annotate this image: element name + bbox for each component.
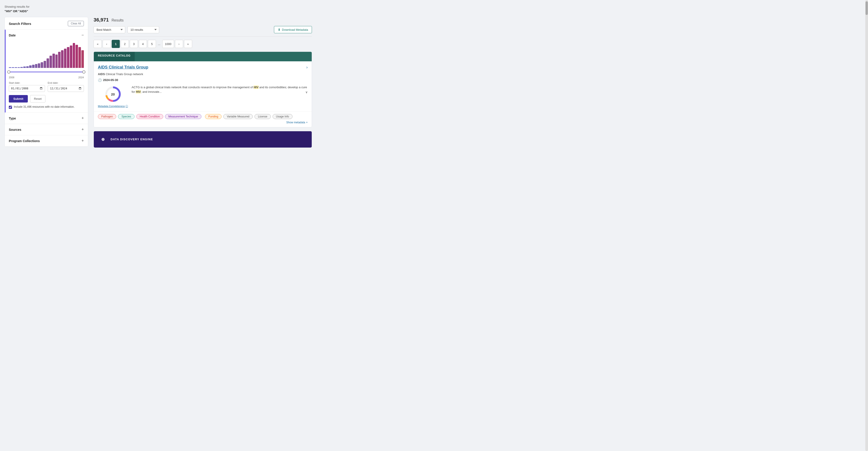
first-page-button[interactable]: «: [94, 40, 102, 48]
date-filter-label: Date: [9, 33, 16, 37]
type-filter-toggle[interactable]: Type +: [5, 113, 88, 124]
result-card-1: RESOURCE CATALOG AIDS Clinical Trials Gr…: [94, 52, 312, 128]
end-date-input[interactable]: [48, 85, 84, 92]
date-submit-button[interactable]: Submit: [9, 95, 28, 103]
result-date: 🕐 2024-05-30: [98, 78, 308, 82]
range-year-start: 2008: [9, 76, 14, 79]
tag-pathogen[interactable]: Pathogen: [98, 114, 116, 119]
tag-funding[interactable]: Funding: [205, 114, 221, 119]
date-reset-button[interactable]: Reset: [30, 95, 45, 103]
metadata-completeness: 20 Metadata Completeness ⓘ: [98, 85, 128, 108]
resource-catalog-tab: RESOURCE CATALOG: [94, 52, 135, 61]
sort-select[interactable]: Best Match Newest Oldest Title A-Z Title…: [94, 26, 125, 33]
histogram-bar: [79, 47, 81, 68]
histogram-bar: [81, 50, 84, 68]
program-collections-filter-section: Program Collections +: [5, 135, 88, 147]
aids-highlight: AIDS: [98, 73, 105, 76]
start-date-input[interactable]: [9, 85, 45, 92]
next-page-button[interactable]: ›: [175, 40, 183, 48]
clear-all-button[interactable]: Clear All: [68, 21, 84, 26]
per-page-select[interactable]: 10 results 25 results 50 results: [127, 26, 159, 33]
metadata-completeness-label[interactable]: Metadata Completeness ⓘ: [98, 105, 128, 108]
histogram-bar: [61, 50, 64, 68]
page-button-1[interactable]: 1: [112, 40, 120, 48]
dde-logo-icon: ⊕: [101, 137, 105, 142]
sources-filter-section: Sources +: [5, 124, 88, 135]
type-filter-section: Type +: [5, 113, 88, 124]
tag-usage-info[interactable]: Usage Info: [273, 114, 292, 119]
histogram-bar: [43, 61, 46, 68]
histogram-bar: [26, 66, 29, 68]
histogram-bar: [18, 67, 20, 68]
sources-filter-toggle[interactable]: Sources +: [5, 124, 88, 135]
histogram-bar: [12, 67, 14, 68]
end-date-label: End date:: [48, 82, 84, 84]
hiv-highlight-1: HIV: [254, 86, 258, 89]
start-date-label: Start date:: [9, 82, 45, 84]
histogram-bar: [67, 47, 69, 68]
dde-header: ⊕ DATA DISCOVERY ENGINE: [94, 131, 312, 147]
donut-chart: 20: [104, 85, 122, 103]
result-expand-chevron[interactable]: ›: [306, 65, 308, 70]
tag-measurement-technique[interactable]: Measurement Technique: [165, 114, 202, 119]
page-button-4[interactable]: 4: [139, 40, 147, 48]
histogram-bar: [75, 45, 78, 68]
date-filter-toggle[interactable]: Date −: [5, 30, 88, 41]
program-collections-filter-toggle[interactable]: Program Collections +: [5, 135, 88, 146]
no-date-checkbox[interactable]: [9, 106, 12, 109]
histogram-bar: [29, 65, 32, 68]
tag-variable-measured[interactable]: Variable Measured: [223, 114, 253, 119]
page-button-1000[interactable]: 1000: [162, 40, 174, 48]
pagination: « ‹ 1 2 3 4 5 ... 1000 › »: [94, 40, 312, 48]
results-count: 36,971 Results: [94, 17, 124, 23]
result-title-link[interactable]: AIDS Clinical Trials Group: [98, 65, 148, 70]
date-filter-section: Date − 2008 2024: [5, 30, 88, 113]
range-slider-left-thumb[interactable]: [7, 71, 10, 74]
histogram-bar: [64, 49, 66, 68]
histogram-bar: [15, 67, 17, 68]
sources-filter-expand-icon: +: [81, 127, 84, 132]
date-range-slider[interactable]: [9, 70, 84, 74]
program-collections-filter-label: Program Collections: [9, 139, 40, 143]
range-year-end: 2024: [79, 76, 84, 79]
type-filter-expand-icon: +: [81, 116, 84, 121]
histogram-bar: [41, 62, 43, 68]
toolbar: Best Match Newest Oldest Title A-Z Title…: [94, 26, 312, 37]
result-description: AIDS Clinical Trials Group network: [98, 72, 308, 77]
search-filters-title: Search Filters: [9, 22, 31, 26]
download-icon: ⬇: [278, 28, 281, 31]
histogram-bar: [55, 55, 58, 68]
result-tags-row: Pathogen Species Health Condition Measur…: [94, 112, 312, 127]
clock-icon: 🕐: [98, 78, 102, 82]
histogram-bar: [35, 64, 37, 68]
dde-title: DATA DISCOVERY ENGINE: [111, 138, 153, 141]
tag-license[interactable]: License: [254, 114, 271, 119]
histogram-bar: [9, 67, 11, 68]
date-filter-collapse-icon: −: [81, 33, 84, 37]
dde-logo: ⊕: [98, 134, 108, 144]
no-date-checkbox-label[interactable]: Include 31,496 resources with no date in…: [9, 105, 84, 109]
program-collections-filter-expand-icon: +: [81, 139, 84, 143]
histogram-bar: [38, 63, 40, 68]
search-query-label: Showing results for "HIV" OR "AIDS": [4, 4, 312, 13]
histogram-bar: [50, 56, 52, 68]
info-icon: ⓘ: [125, 105, 128, 108]
histogram-bar: [20, 67, 23, 68]
date-histogram: [9, 41, 84, 68]
page-button-5[interactable]: 5: [148, 40, 156, 48]
last-page-button[interactable]: »: [184, 40, 192, 48]
page-button-2[interactable]: 2: [121, 40, 129, 48]
tag-health-condition[interactable]: Health Condition: [136, 114, 163, 119]
expand-text-arrow[interactable]: ∨: [305, 90, 308, 94]
tag-species[interactable]: Species: [118, 114, 134, 119]
main-content-area: 36,971 Results Best Match Newest Oldest …: [88, 17, 312, 148]
pagination-ellipsis: ...: [157, 42, 161, 46]
search-query-value: "HIV" OR "AIDS": [4, 9, 28, 13]
page-button-3[interactable]: 3: [130, 40, 138, 48]
download-metadata-button[interactable]: ⬇ Download Metadata: [274, 26, 312, 33]
result-card-2: ⊕ DATA DISCOVERY ENGINE: [94, 131, 312, 148]
range-slider-right-thumb[interactable]: [82, 71, 86, 74]
show-metadata-button[interactable]: Show metadata +: [286, 121, 308, 124]
prev-page-button[interactable]: ‹: [103, 40, 111, 48]
histogram-bar: [53, 54, 55, 68]
